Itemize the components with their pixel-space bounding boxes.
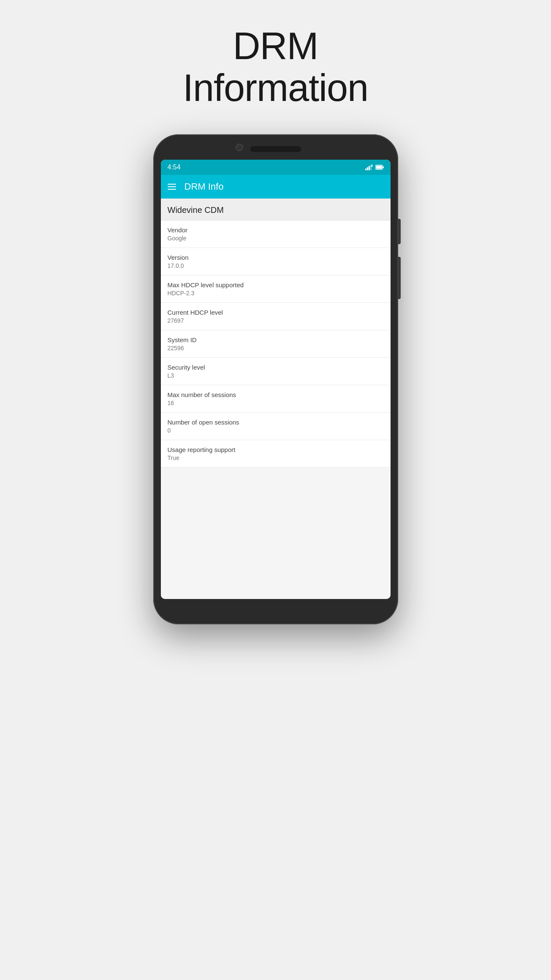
info-list: Vendor Google Version 17.0.0 Max HDCP le… <box>161 220 391 468</box>
phone-mockup: 4:54 <box>153 134 398 624</box>
phone-speaker <box>250 146 301 152</box>
app-bar: DRM Info <box>161 175 391 199</box>
list-item: Current HDCP level 27697 <box>161 303 391 330</box>
app-bar-title: DRM Info <box>185 181 224 192</box>
info-label: Vendor <box>168 226 384 234</box>
info-value: 0 <box>168 427 384 434</box>
svg-rect-6 <box>383 166 384 168</box>
section-title: Widevine CDM <box>168 205 224 215</box>
list-item: Vendor Google <box>161 220 391 248</box>
list-item: Usage reporting support True <box>161 440 391 468</box>
phone-screen: 4:54 <box>161 160 391 599</box>
page-title: DRM Information <box>183 25 368 109</box>
info-value: 22596 <box>168 345 384 351</box>
section-header: Widevine CDM <box>161 199 391 220</box>
info-label: Usage reporting support <box>168 446 384 453</box>
info-value: 17.0.0 <box>168 262 384 269</box>
list-item: Security level L3 <box>161 358 391 385</box>
content-area[interactable]: Widevine CDM Vendor Google Version 17.0.… <box>161 199 391 599</box>
status-bar: 4:54 <box>161 160 391 175</box>
battery-icon <box>375 165 384 170</box>
svg-rect-2 <box>369 166 370 170</box>
info-label: Security level <box>168 364 384 371</box>
info-label: System ID <box>168 336 384 343</box>
phone-button-right-2 <box>398 257 401 299</box>
list-item: Max number of sessions 16 <box>161 385 391 413</box>
list-item: System ID 22596 <box>161 330 391 358</box>
info-value: HDCP-2.3 <box>168 290 384 297</box>
svg-rect-1 <box>367 167 368 170</box>
hamburger-icon[interactable] <box>168 184 176 190</box>
info-value: 27697 <box>168 317 384 324</box>
list-item: Number of open sessions 0 <box>161 413 391 440</box>
phone-button-right-1 <box>398 219 401 244</box>
status-icons <box>365 164 384 170</box>
info-label: Number of open sessions <box>168 419 384 426</box>
list-item: Max HDCP level supported HDCP-2.3 <box>161 275 391 303</box>
phone-camera <box>236 144 243 151</box>
svg-rect-0 <box>365 169 366 170</box>
info-label: Current HDCP level <box>168 309 384 316</box>
svg-rect-7 <box>376 166 382 169</box>
info-label: Max HDCP level supported <box>168 281 384 289</box>
info-value: 16 <box>168 400 384 406</box>
list-item: Version 17.0.0 <box>161 248 391 275</box>
info-value: Google <box>168 235 384 242</box>
status-time: 4:54 <box>168 163 181 171</box>
info-label: Max number of sessions <box>168 391 384 398</box>
signal-icon <box>365 164 373 170</box>
info-label: Version <box>168 254 384 261</box>
info-value: L3 <box>168 372 384 379</box>
phone-frame: 4:54 <box>153 134 398 624</box>
info-value: True <box>168 455 384 461</box>
